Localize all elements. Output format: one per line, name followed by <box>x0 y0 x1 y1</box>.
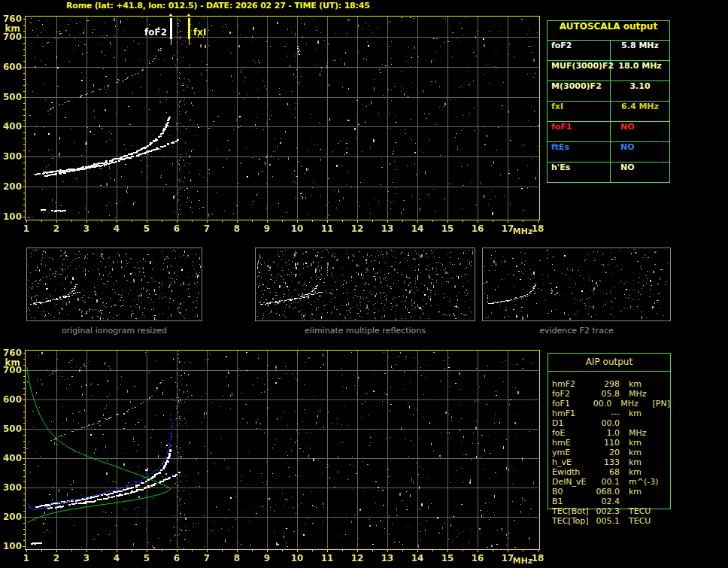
parameter-value: --- <box>593 409 620 418</box>
parameter-value: 002.3 <box>593 506 620 516</box>
table-row: hmF1---km <box>552 409 670 418</box>
parameter-unit: km <box>620 438 653 448</box>
parameter-name: hmF2 <box>552 379 593 389</box>
caption-eliminate-reflections: eliminate multiple reflections <box>255 326 475 336</box>
parameter-name: hmE <box>552 438 593 448</box>
autoscala-table-rows: foF25.8 MHzMUF(3000)F218.0 MHzM(3000)F23… <box>548 40 669 182</box>
parameter-value: 00.0 <box>593 418 620 428</box>
table-row: ymE20km <box>552 448 670 457</box>
parameter-name: h_vE <box>552 457 593 467</box>
parameter-name: B0 <box>552 487 593 497</box>
parameter-name: D1 <box>552 418 593 428</box>
parameter-unit <box>620 418 653 428</box>
parameter-value: 18.0 MHz <box>611 61 669 80</box>
top-ionogram-plot <box>0 11 544 235</box>
mini-panel-original-ionogram <box>26 248 202 321</box>
parameter-value: 1.0 <box>593 428 620 438</box>
autoscala-table-title: AUTOSCALA output <box>548 21 669 40</box>
table-row: Ewidth68km <box>552 467 670 477</box>
parameter-name: foF1 <box>552 399 588 409</box>
parameter-value: NO <box>611 142 669 162</box>
table-row: B0068.0km <box>552 487 670 497</box>
parameter-note <box>653 409 663 418</box>
table-row: ftEsNO <box>548 141 669 162</box>
parameter-value: 133 <box>593 457 620 467</box>
table-row: MUF(3000)F218.0 MHz <box>548 60 669 80</box>
autoscala-window: Rome (lat: +41.8, lon: 012.5) - DATE: 20… <box>0 0 728 568</box>
parameter-unit: MHz <box>620 389 653 399</box>
parameter-note <box>653 516 663 526</box>
parameter-name: Ewidth <box>552 467 593 477</box>
table-row: hmF2298km <box>552 379 670 389</box>
table-row: foF100.0MHz[PN] <box>552 399 670 409</box>
table-row: foF205.8MHz <box>552 389 670 399</box>
parameter-name: hmF1 <box>552 409 593 418</box>
parameter-unit: km <box>620 409 653 418</box>
parameter-value: 068.0 <box>593 487 620 497</box>
parameter-note <box>653 389 663 399</box>
parameter-label: M(3000)F2 <box>548 81 611 101</box>
table-row: M(3000)F23.10 <box>548 80 669 101</box>
parameter-note <box>653 487 663 497</box>
parameter-name: DelN_vE <box>552 477 593 487</box>
parameter-note <box>653 428 663 438</box>
autoscala-output-table: AUTOSCALA output foF25.8 MHzMUF(3000)F21… <box>547 20 670 183</box>
parameter-note <box>653 477 663 487</box>
parameter-unit: km <box>620 487 653 497</box>
parameter-unit: km <box>620 379 653 389</box>
table-row: D100.0 <box>552 418 670 428</box>
parameter-note <box>653 438 663 448</box>
parameter-label: fxI <box>548 102 611 121</box>
parameter-label: foF2 <box>548 41 611 60</box>
parameter-value: 00.1 <box>593 477 620 487</box>
table-row: TEC[Bot]002.3TECU <box>552 506 670 516</box>
table-row: hmE110km <box>552 438 670 448</box>
parameter-value: 00.0 <box>588 399 612 409</box>
parameter-value: 02.4 <box>593 497 620 506</box>
aip-output-table: AIP output hmF2298kmfoF205.8MHzfoF100.0M… <box>548 353 671 509</box>
parameter-value: 3.10 <box>611 81 669 101</box>
parameter-value: 68 <box>593 467 620 477</box>
table-row: foF25.8 MHz <box>548 40 669 60</box>
table-row: foE1.0MHz <box>552 428 670 438</box>
table-row: B102.4 <box>552 497 670 506</box>
caption-evidence-f2-trace: evidence F2 trace <box>482 326 671 336</box>
caption-original-ionogram: original ionogram resized <box>26 326 202 336</box>
parameter-unit: MHz <box>620 428 653 438</box>
table-row: TEC[Top]005.1TECU <box>552 516 670 526</box>
parameter-unit: km <box>620 467 653 477</box>
parameter-unit: km <box>620 457 653 467</box>
parameter-value: 05.8 <box>593 389 620 399</box>
table-row: h'EsNO <box>548 162 669 182</box>
parameter-unit: TECU <box>620 516 653 526</box>
aip-table-title: AIP output <box>548 354 670 372</box>
parameter-value: NO <box>611 163 669 182</box>
parameter-value: 6.4 MHz <box>611 102 669 121</box>
parameter-value: 110 <box>593 438 620 448</box>
parameter-note <box>653 418 663 428</box>
parameter-note <box>653 497 663 506</box>
parameter-label: MUF(3000)F2 <box>548 61 611 80</box>
table-row: fxI6.4 MHz <box>548 101 669 121</box>
parameter-name: B1 <box>552 497 593 506</box>
table-row: DelN_vE00.1m^(-3) <box>552 477 670 487</box>
bottom-ionogram-plot <box>0 343 544 568</box>
parameter-note <box>653 379 663 389</box>
parameter-note <box>653 448 663 457</box>
parameter-name: TEC[Bot] <box>552 506 593 516</box>
page-title: Rome (lat: +41.8, lon: 012.5) - DATE: 20… <box>66 1 370 11</box>
aip-table-rows: hmF2298kmfoF205.8MHzfoF100.0MHz[PN]hmF1-… <box>548 372 670 526</box>
table-row: foF1NO <box>548 121 669 141</box>
parameter-note <box>653 467 663 477</box>
parameter-value: 298 <box>593 379 620 389</box>
parameter-unit <box>620 497 653 506</box>
parameter-label: ftEs <box>548 142 611 162</box>
parameter-name: TEC[Top] <box>552 516 593 526</box>
parameter-unit: m^(-3) <box>620 477 653 487</box>
parameter-value: 005.1 <box>593 516 620 526</box>
parameter-unit: km <box>620 448 653 457</box>
parameter-note <box>653 506 663 516</box>
parameter-unit: MHz <box>611 399 642 409</box>
parameter-value: NO <box>611 122 669 141</box>
parameter-note <box>653 457 663 467</box>
